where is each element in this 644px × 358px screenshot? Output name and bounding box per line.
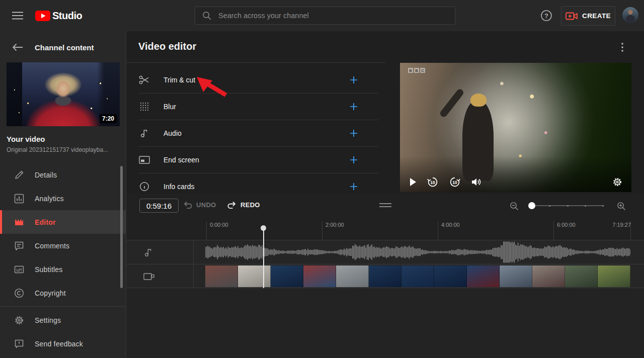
- video-thumbnail-preview[interactable]: 7:20: [7, 62, 120, 126]
- video-thumbnail[interactable]: [565, 265, 598, 287]
- volume-button[interactable]: [471, 177, 482, 187]
- tool-label: End screen: [164, 156, 199, 164]
- channel-search: [195, 7, 455, 25]
- add-end-screen-button[interactable]: [348, 154, 359, 165]
- zoom-slider-knob[interactable]: [528, 202, 535, 209]
- redo-label: REDO: [240, 201, 260, 209]
- video-thumbnail[interactable]: [532, 265, 565, 287]
- sidebar-item-settings[interactable]: Settings: [0, 308, 126, 332]
- play-button[interactable]: [409, 177, 417, 187]
- svg-text:10: 10: [452, 180, 457, 185]
- video-thumbnail[interactable]: [598, 265, 630, 287]
- search-input[interactable]: [217, 11, 448, 20]
- forward-10-button[interactable]: 10: [449, 176, 461, 188]
- sidebar-item-subtitles[interactable]: Subtitles: [0, 257, 126, 281]
- panel-resize-handle[interactable]: [379, 203, 391, 208]
- timeline-zoom-slider[interactable]: [528, 200, 604, 211]
- video-thumbnail[interactable]: [205, 265, 238, 287]
- video-thumbnail[interactable]: [336, 265, 369, 287]
- sidebar-item-copyright[interactable]: Copyright: [0, 281, 126, 305]
- options-kebab-icon[interactable]: [621, 42, 624, 52]
- end-screen-icon: [138, 155, 150, 164]
- add-info-cards-button[interactable]: [348, 181, 359, 192]
- undo-button[interactable]: UNDO: [183, 201, 216, 209]
- analytics-icon: [14, 194, 24, 204]
- redo-button[interactable]: REDO: [227, 201, 260, 209]
- undo-icon: [183, 201, 193, 209]
- sidebar-item-editor[interactable]: Editor: [0, 210, 126, 234]
- tool-row-blur[interactable]: Blur: [138, 94, 378, 120]
- broadcaster-watermark: BBC: [408, 68, 425, 73]
- player-controls: 10 10: [400, 172, 631, 192]
- help-icon[interactable]: ?: [540, 10, 552, 22]
- tool-row-trim-cut[interactable]: Trim & cut: [138, 67, 378, 94]
- zoom-slider-tick: [602, 205, 604, 207]
- sidebar-item-label: Details: [35, 171, 57, 179]
- music-note-icon: [138, 128, 150, 138]
- sidebar-item-comments[interactable]: Comments: [0, 234, 126, 257]
- zoom-out-icon[interactable]: [510, 202, 519, 211]
- sidebar-scrollbar[interactable]: [120, 166, 123, 288]
- video-duration-badge: 7:20: [100, 114, 117, 123]
- sidebar-item-label: Analytics: [35, 195, 64, 203]
- video-thumbnail[interactable]: [303, 265, 336, 287]
- sidebar-item-analytics[interactable]: Analytics: [0, 187, 126, 210]
- account-avatar[interactable]: [622, 7, 638, 23]
- main-content: Video editor Trim & cut: [126, 31, 644, 358]
- ruler-tick: [206, 221, 207, 240]
- channel-content-label[interactable]: Channel content: [35, 43, 94, 52]
- youtube-studio-app: Studio ? CREATE Channel content 7: [0, 0, 644, 358]
- undo-label: UNDO: [196, 201, 216, 209]
- camera-icon: [143, 272, 155, 281]
- youtube-studio-logo[interactable]: Studio: [35, 10, 82, 22]
- video-thumbnail[interactable]: [434, 265, 467, 287]
- rewind-10-button[interactable]: 10: [427, 176, 439, 188]
- person-silhouette: [462, 101, 494, 181]
- add-blur-button[interactable]: [348, 101, 359, 112]
- video-preview-player[interactable]: BBC 10: [400, 63, 631, 192]
- sidebar-menu: Details Analytics Editor Comments: [0, 163, 126, 355]
- video-track-thumbnails[interactable]: [205, 265, 630, 287]
- sidebar-item-send-feedback[interactable]: Send feedback: [0, 332, 126, 355]
- sidebar-item-label: Settings: [35, 316, 61, 324]
- current-time-input[interactable]: 0:59:16: [139, 199, 179, 213]
- video-thumbnail[interactable]: [401, 265, 434, 287]
- sidebar-item-details[interactable]: Details: [0, 163, 126, 187]
- video-thumbnail[interactable]: [369, 265, 401, 287]
- music-note-icon: [143, 247, 153, 257]
- sidebar-item-label: Subtitles: [35, 265, 63, 274]
- audio-waveform[interactable]: [205, 240, 630, 264]
- add-trim-cut-button[interactable]: [348, 74, 359, 85]
- sidebar-header: Channel content: [0, 31, 126, 62]
- hamburger-menu-icon[interactable]: [12, 12, 23, 20]
- create-button[interactable]: CREATE: [561, 6, 615, 26]
- video-thumbnail[interactable]: [271, 265, 303, 287]
- tool-row-audio[interactable]: Audio: [138, 120, 378, 147]
- timeline-playhead[interactable]: [260, 225, 267, 288]
- zoom-slider-track[interactable]: [528, 205, 604, 206]
- video-thumbnail[interactable]: [467, 265, 500, 287]
- gear-icon: [14, 315, 24, 325]
- player-settings-gear-icon[interactable]: [612, 177, 622, 187]
- info-icon: [138, 182, 150, 192]
- tool-row-info-cards[interactable]: Info cards: [138, 173, 378, 194]
- active-indicator: [0, 210, 2, 234]
- video-thumbnail[interactable]: [500, 265, 532, 287]
- youtube-play-icon: [35, 11, 50, 21]
- tool-row-end-screen[interactable]: End screen: [138, 147, 378, 173]
- svg-text:?: ?: [544, 13, 548, 20]
- timeline-toolbar: 0:59:16 UNDO REDO: [126, 194, 644, 217]
- sidebar-item-label: Comments: [35, 242, 69, 250]
- zoom-in-icon[interactable]: [617, 202, 626, 211]
- sidebar-divider: [0, 306, 126, 307]
- timeline-ruler[interactable]: 0:00:00 2:00:00 4:00:00 6:00:00 7:19:27: [126, 217, 644, 240]
- add-audio-button[interactable]: [348, 128, 359, 139]
- subtitles-icon: [14, 264, 24, 275]
- sidebar-item-label: Copyright: [35, 289, 66, 297]
- editor-upper-panel: Video editor Trim & cut: [126, 31, 644, 194]
- sidebar-item-label: Editor: [35, 218, 56, 226]
- back-arrow-icon[interactable]: [12, 43, 23, 51]
- topbar: Studio ? CREATE: [0, 0, 644, 31]
- copyright-icon: [14, 288, 24, 298]
- sidebar: Channel content 7:20 Your video Original…: [0, 31, 126, 358]
